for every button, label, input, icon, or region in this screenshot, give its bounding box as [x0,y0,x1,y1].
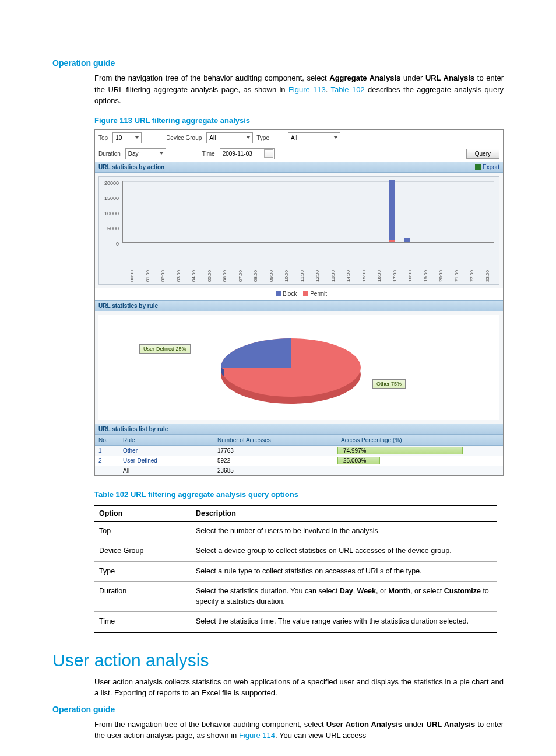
bar-chart: 20000 15000 10000 5000 0 00:0001:0002:00… [98,176,499,285]
x-tick: 01:00 [145,270,150,281]
label-time: Time [202,150,215,157]
x-tick: 04:00 [191,270,196,281]
x-tick: 17:00 [392,270,397,281]
x-tick: 13:00 [330,270,336,281]
export-link[interactable]: Export [475,164,499,170]
text: . You can view URL access [275,731,366,740]
text-bold: URL Analysis [425,74,474,82]
select-device-group[interactable]: All [206,132,253,144]
heading-user-action-analysis: User action analysis [52,650,504,670]
heading-operation-guide-2: Operation guide [52,705,504,714]
table-row: Type Select a rule type to collect stati… [94,561,497,582]
col-rule: Rule [119,435,214,445]
link-figure-113[interactable]: Figure 113 [288,85,326,94]
table-row: 2 User-Defined 5922 25.003% [95,456,503,466]
x-tick: 22:00 [469,270,474,281]
panel-title: URL statistics list by rule [98,426,168,432]
select-duration[interactable]: Day [125,148,166,159]
panel-header-list: URL statistics list by rule [95,424,503,435]
th-option: Option [94,505,191,522]
legend-swatch-block [276,291,281,296]
bar-17:00 [389,180,395,242]
legend-block: Block [283,290,297,297]
bar-legend: Block Permit [95,288,503,300]
x-tick: 02:00 [160,270,166,281]
bar-18:00 [404,238,410,242]
x-tick: 11:00 [300,270,305,281]
text-bold: Aggregate Analysis [329,74,400,82]
x-tick: 05:00 [207,270,212,281]
select-top[interactable]: 10 [112,132,142,144]
x-tick: 09:00 [269,270,274,281]
table-row-total: All 23685 [95,466,503,475]
rule-link[interactable]: User-Defined [119,456,214,466]
query-button[interactable]: Query [466,149,499,159]
col-no: No. [95,435,119,445]
text: From the navigation tree of the behavior… [94,720,326,729]
pie-label-other: Other 75% [372,379,406,388]
table-row: Time Select the statistics time. The val… [94,612,497,632]
input-time[interactable]: 2009-11-03 [220,148,275,159]
col-accesses: Number of Accesses [214,435,337,445]
table-row: 1 Other 17763 74.997% [95,445,503,456]
intro-paragraph-1: From the navigation tree of the behavior… [94,72,504,107]
label-device-group: Device Group [166,135,202,141]
x-tick: 14:00 [346,270,351,281]
table-row: Top Select the number of users to be inv… [94,521,497,541]
x-tick: 16:00 [376,270,382,281]
text: under [400,74,425,82]
heading-operation-guide-1: Operation guide [52,58,504,68]
filter-row-2: Duration Day Time 2009-11-03 Query [95,146,503,162]
x-tick: 21:00 [454,270,459,281]
figure-113-caption: Figure 113 URL filtering aggregate analy… [94,116,504,125]
link-figure-114[interactable]: Figure 114 [239,731,275,740]
figure-113-screenshot: Top 10 Device Group All Type All Duratio… [94,130,504,476]
text-bold: URL Analysis [427,720,476,729]
x-tick: 10:00 [284,270,289,281]
rule-list-table: No. Rule Number of Accesses Access Perce… [95,435,503,475]
rule-link[interactable]: Other [119,445,214,456]
pie-chart: User-Defined 25% Other 75% [98,315,499,420]
table-102: Option Description Top Select the number… [94,505,497,633]
link-table-102[interactable]: Table 102 [331,85,365,94]
x-tick: 23:00 [485,270,490,281]
x-axis-ticks: 00:0001:0002:0003:0004:0005:0006:0007:00… [122,274,493,282]
text: under [402,720,427,729]
col-pct: Access Percentage (%) [337,435,503,445]
filter-row-1: Top 10 Device Group All Type All [95,130,503,146]
x-tick: 06:00 [222,270,227,281]
select-type[interactable]: All [288,132,340,144]
panel-header-action: URL statistics by action Export [95,162,503,173]
text: . [326,85,331,94]
x-tick: 20:00 [438,270,444,281]
table-102-caption: Table 102 URL filtering aggregate analys… [94,490,504,499]
x-tick: 07:00 [238,270,243,281]
x-tick: 03:00 [176,270,181,281]
pie-svg [209,321,372,414]
x-tick: 00:00 [129,270,135,281]
intro-paragraph-2: From the navigation tree of the behavior… [94,719,504,741]
text: From the navigation tree of the behavior… [94,74,329,82]
x-tick: 19:00 [423,270,428,281]
table-row: Device Group Select a device group to co… [94,541,497,562]
th-description: Description [191,505,497,522]
x-tick: 15:00 [361,270,367,281]
x-tick: 12:00 [315,270,320,281]
label-type: Type [256,135,269,141]
user-action-paragraph: User action analysis collects statistics… [94,676,504,699]
panel-title: URL statistics by action [98,164,164,170]
panel-header-rule: URL statistics by rule [95,300,503,312]
label-top: Top [98,135,108,141]
text-bold: User Action Analysis [326,720,402,729]
panel-title: URL statistics by rule [98,303,158,309]
pie-label-user-defined: User-Defined 25% [139,344,191,354]
label-duration: Duration [98,150,121,157]
legend-permit: Permit [310,290,327,297]
x-tick: 18:00 [407,270,413,281]
legend-swatch-permit [303,291,308,296]
bar-plot-area [122,181,494,243]
x-tick: 08:00 [253,270,258,281]
y-axis-ticks: 20000 15000 10000 5000 0 [101,180,119,256]
table-row: Duration Select the statistics duration.… [94,582,497,612]
